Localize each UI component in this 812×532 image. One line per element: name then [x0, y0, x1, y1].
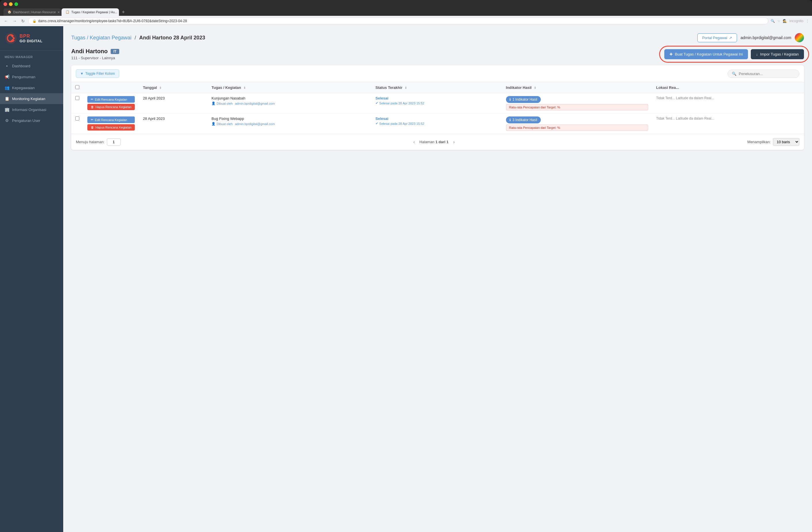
row2-dibuat: Dibuat oleh	[217, 122, 233, 126]
sidebar-item-pengumuman[interactable]: 📢 Pengumuman	[0, 71, 63, 82]
url-text: dams.creva.id/manager/monitoring/employe…	[38, 19, 187, 23]
minimize-window-btn[interactable]	[9, 2, 13, 6]
tab-dashboard-close[interactable]: ✕	[57, 11, 60, 14]
url-bar[interactable]: 🔒 dams.creva.id/manager/monitoring/emplo…	[28, 17, 768, 25]
sidebar-item-organisasi-label: Informasi Organisasi	[12, 108, 46, 112]
row2-delete-button[interactable]: 🗑 Hapus Rencana Kegiatan	[87, 124, 135, 130]
page-header: Tugas / Kegiatan Pegawai / Andi Hartono …	[71, 33, 804, 42]
browser-chrome: 🏠 Dashboard | Human Resource ✕ 📋 Tugas /…	[0, 0, 812, 16]
sidebar-item-organisasi[interactable]: 🏢 Informasi Organisasi	[0, 104, 63, 115]
th-tugas: Tugas / Kegiatan ⇕	[207, 82, 372, 93]
create-task-button[interactable]: ✚ Buat Tugas / Kegiatan Untuk Pegawai In…	[664, 49, 748, 59]
sidebar-item-kepegawaian[interactable]: 👥 Kepegawaian	[0, 82, 63, 93]
sidebar-item-dashboard[interactable]: ▪ Dashboard	[0, 60, 63, 71]
row2-lokasi-text: Tidak Terd... Latitude da dalam Real...	[656, 116, 800, 121]
pagination-bar: Menuju halaman: ‹ Halaman 1 dari 1 › Men…	[71, 134, 804, 150]
employee-name-row: Andi Hartono IT	[71, 48, 119, 55]
th-checkbox	[71, 82, 83, 93]
author-icon: 👤	[212, 122, 216, 126]
back-button[interactable]: ←	[3, 18, 9, 24]
select-all-checkbox[interactable]	[75, 85, 79, 89]
row2-edit-button[interactable]: ✏ Edit Rencana Kegiatan	[87, 116, 135, 123]
trash-icon: 🗑	[91, 105, 94, 109]
display-label: Menampilkan:	[748, 140, 771, 144]
portal-pegawai-button[interactable]: Portal Pegawai ↗	[697, 33, 737, 42]
tab-dashboard[interactable]: 🏠 Dashboard | Human Resource ✕	[3, 8, 61, 16]
sidebar-item-dashboard-label: Dashboard	[12, 64, 30, 68]
row1-status-detail: ✔ Selesai pada 28 Apr 2023 15:52	[376, 101, 498, 105]
row1-edit-label: Edit Rencana Kegiatan	[95, 98, 127, 101]
breadcrumb-link[interactable]: Tugas / Kegiatan Pegawai	[71, 35, 131, 41]
th-indikator-label: Indikator Hasil	[506, 85, 532, 90]
sort-tanggal-icon[interactable]: ⇕	[159, 86, 161, 89]
row2-status-label: Selesai	[376, 116, 498, 121]
close-window-btn[interactable]	[3, 2, 7, 6]
row1-delete-button[interactable]: 🗑 Hapus Rencana Kegiatan	[87, 104, 135, 110]
row1-status-label: Selesai	[376, 96, 498, 100]
toggle-filter-button[interactable]: ▼ Toggle Filter Kolom	[76, 69, 119, 78]
search-box[interactable]: 🔍	[727, 70, 799, 78]
check-icon: ✔	[376, 122, 378, 125]
filter-btn-label: Toggle Filter Kolom	[85, 72, 115, 75]
row2-edit-label: Edit Rencana Kegiatan	[95, 118, 127, 122]
incognito-icon: 🕵	[783, 19, 787, 23]
row1-indikator-cell: ℹ 1 Indikator Hasil Rata-rata Pencapaian…	[502, 93, 652, 114]
next-page-button[interactable]: ›	[451, 139, 456, 145]
row1-checkbox[interactable]	[75, 96, 79, 100]
browser-navbar: ← → ↻ 🔒 dams.creva.id/manager/monitoring…	[0, 16, 812, 26]
browser-traffic-lights	[3, 2, 809, 6]
tab-dashboard-label: Dashboard | Human Resource	[13, 10, 56, 14]
create-task-label: Buat Tugas / Kegiatan Untuk Pegawai Ini	[675, 52, 743, 56]
import-task-button[interactable]: ↓ Impor Tugas / Kegiatan	[751, 49, 804, 59]
filter-icon: ▼	[80, 72, 84, 75]
maximize-window-btn[interactable]	[14, 2, 18, 6]
prev-page-button[interactable]: ‹	[411, 139, 416, 145]
chrome-menu-icon[interactable]: ⋮	[806, 19, 809, 23]
page-size-select[interactable]: 10 baris 25 baris 50 baris 100 baris	[773, 138, 799, 146]
page-goto-input[interactable]	[107, 138, 121, 145]
row2-task-name: Bug Fixing Webapp	[212, 116, 367, 121]
import-task-label: Impor Tugas / Kegiatan	[760, 52, 799, 56]
th-tanggal-label: Tanggal	[143, 85, 157, 90]
row1-indikator-button[interactable]: ℹ 1 Indikator Hasil	[506, 96, 541, 103]
table-row: ✏ Edit Rencana Kegiatan 🗑 Hapus Rencana …	[71, 114, 804, 134]
sidebar-item-monitoring[interactable]: 📋 Monitoring Kegiatan	[0, 93, 63, 104]
row1-edit-button[interactable]: ✏ Edit Rencana Kegiatan	[87, 96, 135, 103]
row1-checkbox-cell	[71, 93, 83, 114]
row2-author-email: admin.bprdigital@gmail.com	[235, 122, 275, 126]
table-card: ▼ Toggle Filter Kolom 🔍	[71, 65, 804, 150]
sidebar-item-kepegawaian-label: Kepegawaian	[12, 86, 35, 90]
bookmark-icon[interactable]: ☆	[777, 19, 780, 23]
row2-checkbox[interactable]	[75, 116, 79, 121]
sidebar-item-pengaturan[interactable]: ⚙ Pengaturan User	[0, 115, 63, 126]
browser-tab-bar: 🏠 Dashboard | Human Resource ✕ 📋 Tugas /…	[3, 8, 809, 16]
sort-tugas-icon[interactable]: ⇕	[243, 86, 246, 89]
row1-actions-cell: ✏ Edit Rencana Kegiatan 🗑 Hapus Rencana …	[83, 93, 139, 114]
row2-indikator-button[interactable]: ℹ 3 Indikator Hasil	[506, 116, 541, 123]
search-icon[interactable]: 🔍	[771, 19, 775, 23]
row1-tugas-cell: Kunjungan Nasabah 👤 Dibuat oleh admin.bp…	[207, 93, 372, 114]
row2-delete-label: Hapus Rencana Kegiatan	[96, 126, 131, 129]
row2-tugas-cell: Bug Fixing Webapp 👤 Dibuat oleh admin.bp…	[207, 114, 372, 134]
row1-author-email: admin.bprdigital@gmail.com	[235, 102, 275, 105]
new-tab-button[interactable]: +	[119, 9, 127, 15]
sort-status-icon[interactable]: ⇕	[405, 86, 407, 89]
portal-pegawai-label: Portal Pegawai	[702, 36, 727, 40]
dashboard-icon: ▪	[4, 64, 9, 68]
tab-tasks[interactable]: 📋 Tugas / Kegiatan Pegawai | Hu... ✕	[61, 8, 119, 16]
refresh-button[interactable]: ↻	[20, 18, 26, 24]
sort-indikator-icon[interactable]: ⇕	[534, 86, 536, 89]
main-content: Tugas / Kegiatan Pegawai / Andi Hartono …	[63, 26, 812, 532]
data-table: Tanggal ⇕ Tugas / Kegiatan ⇕ Status Tera…	[71, 82, 804, 134]
row1-status-cell: Selesai ✔ Selesai pada 28 Apr 2023 15:52	[372, 93, 502, 114]
th-lokasi: Lokasi Rea...	[652, 82, 804, 93]
forward-button[interactable]: →	[12, 18, 18, 24]
user-avatar[interactable]	[795, 33, 804, 42]
pengumuman-icon: 📢	[4, 74, 9, 79]
edit-icon: ✏	[91, 118, 93, 122]
search-input[interactable]	[739, 72, 795, 76]
th-status-label: Status Terakhir	[376, 85, 403, 90]
row1-tanggal: 28 April 2023	[139, 93, 207, 114]
tab-dashboard-icon: 🏠	[8, 10, 12, 14]
row2-status-detail-text: Selesai pada 28 Apr 2023 15:52	[379, 122, 424, 125]
